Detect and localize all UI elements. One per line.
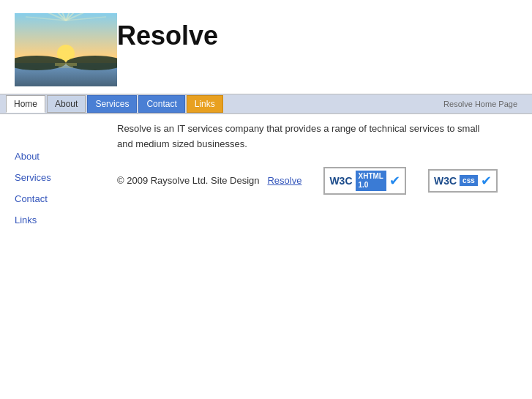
xhtml-badge[interactable]: W3C XHTML1.0 ✔ [323,167,406,195]
svg-rect-14 [59,66,73,68]
footer-row: © 2009 Raysolve Ltd. Site Design Resolve… [117,167,517,195]
sidebar-link-about[interactable]: About [15,151,110,162]
xhtml-label: XHTML1.0 [356,171,386,191]
sidebar-link-links[interactable]: Links [15,215,110,225]
site-title: Resolve [117,20,218,51]
svg-rect-13 [55,63,77,66]
css-check-icon: ✔ [481,173,492,189]
css-label: css [460,175,478,186]
sidebar: About Services Contact Links [15,122,110,236]
sidebar-link-services[interactable]: Services [15,172,110,183]
site-logo [15,13,117,86]
css-badge[interactable]: W3C css ✔ [428,169,498,193]
breadcrumb: Resolve Home Page [443,100,517,108]
w3c-css-label: W3C [434,175,457,187]
copyright-text: © 2009 Raysolve Ltd. Site Design Resolve [117,175,301,186]
nav-contact[interactable]: Contact [138,95,184,113]
w3c-xhtml-label: W3C [329,175,352,187]
nav-home[interactable]: Home [6,95,45,113]
intro-paragraph: Resolve is an IT services company that p… [117,122,483,152]
navigation-bar: Home About Services Contact Links Resolv… [0,94,532,114]
page-header: Resolve [0,0,532,94]
sidebar-link-contact[interactable]: Contact [15,193,110,204]
main-content: About Services Contact Links Resolve is … [0,114,532,243]
nav-about[interactable]: About [47,95,86,113]
copyright-label: © 2009 Raysolve Ltd. Site Design [117,175,260,186]
nav-services[interactable]: Services [87,95,137,113]
xhtml-check-icon: ✔ [389,173,400,189]
nav-links[interactable]: Links [187,95,223,113]
designer-link[interactable]: Resolve [267,175,301,186]
page-content: Resolve is an IT services company that p… [110,122,517,236]
